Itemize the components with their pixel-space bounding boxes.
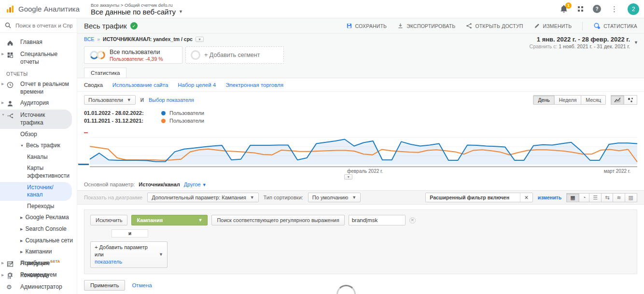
clear-pattern-icon[interactable]: ✕ bbox=[409, 217, 416, 224]
sidebar-item-channels[interactable]: Каналы bbox=[0, 152, 77, 163]
analytics-logo-icon bbox=[6, 5, 14, 14]
sidebar-item-social[interactable]: ▶ Социальные сети bbox=[0, 235, 77, 247]
tab-ecommerce[interactable]: Электронная торговля bbox=[225, 82, 283, 88]
chevron-right-icon: ▶ bbox=[20, 227, 23, 231]
trend-chart: февраль 2022 г. март 2022 г. ▼ bbox=[77, 128, 644, 180]
sidebar-item-all-traffic[interactable]: ▼ Весь трафик bbox=[0, 140, 77, 152]
sidebar-item-acquisition[interactable]: ▼ Источник трафика bbox=[0, 110, 72, 128]
tab-site-usage[interactable]: Использование сайта bbox=[112, 82, 168, 88]
share-icon bbox=[466, 23, 472, 29]
cancel-link[interactable]: Отмена bbox=[132, 282, 152, 288]
save-icon bbox=[346, 23, 352, 29]
granularity-day-button[interactable]: День bbox=[533, 95, 554, 105]
line-chart-button[interactable] bbox=[611, 95, 624, 105]
exclude-dropdown[interactable]: Исключить bbox=[90, 215, 127, 225]
sidebar-item-referrals[interactable]: Переходы bbox=[0, 201, 77, 212]
breadcrumb-all-link[interactable]: ВСЕ bbox=[84, 36, 94, 42]
compare-label: Сравнить с: bbox=[530, 43, 558, 49]
plot-rows-button[interactable]: Показать на диаграмме bbox=[84, 195, 142, 200]
granularity-week-button[interactable]: Неделя bbox=[555, 95, 582, 105]
gear-icon: ⚙ bbox=[6, 284, 14, 290]
insights-icon bbox=[593, 22, 601, 29]
x-label-february: февраль 2022 г. bbox=[347, 168, 383, 174]
export-button[interactable]: ЭКСПОРТИРОВАТЬ bbox=[397, 23, 455, 29]
sidebar-item-attribution[interactable]: АтрибуцияБЕТА bbox=[0, 257, 77, 269]
explorer-panel: Сводка Использование сайта Набор целей 4… bbox=[77, 78, 644, 294]
filter-actions: Применить Отмена bbox=[77, 274, 644, 294]
filter-pattern-input[interactable] bbox=[349, 215, 406, 225]
metric-dropdown[interactable]: Пользователи ▼ bbox=[84, 95, 136, 105]
tab-summary[interactable]: Сводка bbox=[84, 82, 103, 88]
sort-type-dropdown[interactable]: По умолчанию ▼ bbox=[308, 193, 361, 202]
sidebar-item-source-medium[interactable]: Источник/канал bbox=[0, 182, 72, 201]
attribution-icon bbox=[6, 260, 14, 267]
divider bbox=[582, 22, 583, 30]
search-icon bbox=[5, 22, 11, 28]
sidebar-item-realtime[interactable]: ▶ Отчет в реальном времени bbox=[0, 79, 77, 98]
pivot-view-button[interactable]: ▥ bbox=[625, 193, 637, 202]
chevron-down-icon: ▼ bbox=[634, 40, 638, 45]
sidebar-item-treemaps[interactable]: Карты эффективности bbox=[0, 163, 77, 182]
save-button[interactable]: СОХРАНИТЬ bbox=[346, 23, 387, 29]
segment-all-users[interactable]: Все пользователи Пользователи: -4,39 % bbox=[84, 46, 182, 64]
chart-type-group bbox=[611, 95, 637, 105]
help-icon[interactable]: ? bbox=[593, 5, 601, 13]
tab-goal-set[interactable]: Набор целей 4 bbox=[178, 82, 216, 88]
filter-dimension-dropdown[interactable]: Кампания ▼ bbox=[131, 215, 208, 225]
granularity-month-button[interactable]: Месяц bbox=[581, 95, 606, 105]
add-segment-button[interactable]: + Добавить сегмент bbox=[185, 46, 284, 64]
chevron-down-icon: ▼ bbox=[198, 218, 203, 223]
sidebar-item-search-console[interactable]: ▶ Search Console bbox=[0, 224, 77, 235]
sidebar-item-audience[interactable]: ▶ Аудитория bbox=[0, 98, 77, 110]
secondary-dimension-dropdown[interactable]: Дополнительный параметр: Кампания ▼ bbox=[147, 193, 258, 202]
insights-button[interactable]: СТАТИСТИКА bbox=[593, 22, 637, 29]
select-metric-link[interactable]: Выбор показателя bbox=[149, 97, 194, 103]
segment-dropdown-button[interactable]: ▼ bbox=[196, 37, 204, 42]
apps-grid-icon[interactable] bbox=[578, 6, 583, 12]
sidebar-item-discover[interactable]: Рекомендуем bbox=[0, 269, 77, 281]
search-input[interactable] bbox=[15, 23, 72, 28]
y-axis-tick bbox=[84, 132, 88, 133]
pencil-icon bbox=[534, 23, 540, 29]
notifications-button[interactable]: 1 bbox=[560, 5, 568, 14]
custom-reports-icon bbox=[6, 51, 14, 59]
comparison-view-button[interactable]: ⇆ bbox=[602, 193, 613, 202]
match-type-dropdown[interactable]: Поиск соответствующего регулярного выраж… bbox=[211, 215, 344, 225]
table-toolbar: Показать на диаграмме Дополнительный пар… bbox=[77, 190, 644, 205]
kebab-menu-icon[interactable]: ⋮ bbox=[611, 5, 618, 13]
ga-logo[interactable]: Google Аналитика bbox=[0, 5, 82, 14]
sidebar-item-admin[interactable]: ⚙ Администратор bbox=[0, 281, 77, 293]
axis-dropdown-button[interactable]: ▼ bbox=[344, 174, 352, 180]
chevron-right-icon: ▶ bbox=[1, 52, 4, 56]
sidebar-item-google-ads[interactable]: ▶ Google Реклама bbox=[0, 212, 77, 224]
tab-explorer[interactable]: Статистика bbox=[84, 68, 126, 78]
share-button[interactable]: ОТКРЫТЬ ДОСТУП bbox=[466, 23, 523, 29]
table-view-button[interactable]: ▦ bbox=[566, 193, 579, 202]
add-dimension-or-metric-button[interactable]: + Добавить параметр или показатель ▼ bbox=[90, 241, 168, 268]
percentage-view-button[interactable]: ◔ bbox=[579, 193, 590, 202]
granularity-group: День Неделя Месяц bbox=[533, 95, 606, 105]
sidebar-item-campaigns[interactable]: ▶ Кампании bbox=[0, 246, 77, 258]
other-dimension-link[interactable]: Другое bbox=[184, 182, 201, 187]
property-selector[interactable]: Все аккаунты > Общий счетчик defo.ru Все… bbox=[82, 2, 183, 16]
edit-filter-link[interactable]: изменить bbox=[538, 195, 561, 200]
term-cloud-view-button[interactable]: ≋ bbox=[613, 193, 625, 202]
remove-filter-button[interactable]: ✕ bbox=[520, 193, 532, 202]
brand-name: Google Аналитика bbox=[18, 5, 80, 13]
performance-view-button[interactable]: ☰ bbox=[589, 193, 602, 202]
chevron-down-icon: ▼ bbox=[179, 9, 183, 14]
apply-button[interactable]: Применить bbox=[84, 280, 125, 291]
x-label-march: март 2022 г. bbox=[604, 168, 630, 174]
sidebar-item-overview[interactable]: Обзор bbox=[0, 129, 77, 140]
chevron-down-icon: ▼ bbox=[20, 143, 24, 148]
edit-button[interactable]: ИЗМЕНИТЬ bbox=[534, 23, 572, 29]
primary-dimension-source-medium[interactable]: Источник/канал bbox=[139, 182, 180, 187]
chevron-right-icon: ▶ bbox=[1, 100, 4, 105]
motion-chart-button[interactable] bbox=[624, 95, 637, 105]
primary-dimension-bar: Основной параметр: Источник/канал Другое… bbox=[77, 180, 644, 190]
avatar[interactable]: 2 bbox=[628, 3, 639, 15]
sidebar-item-home[interactable]: Главная bbox=[0, 37, 77, 49]
date-range-selector[interactable]: 1 янв. 2022 г. - 28 февр. 2022 г. Сравни… bbox=[530, 36, 638, 49]
sidebar-search[interactable] bbox=[0, 18, 77, 33]
sidebar-item-custom-reports[interactable]: ▶ Специальные отчеты bbox=[0, 49, 77, 68]
